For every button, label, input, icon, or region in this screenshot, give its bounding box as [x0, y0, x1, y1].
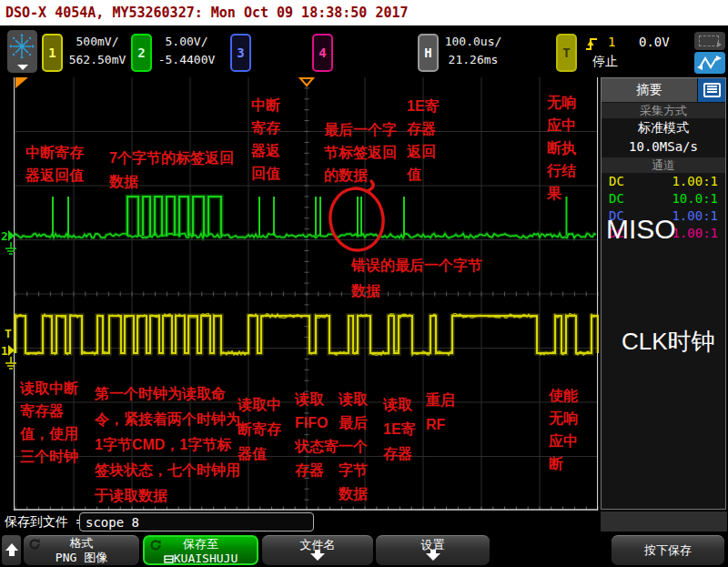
zoom-region-button[interactable] [694, 32, 725, 50]
sidebar-menu-button[interactable] [698, 78, 725, 102]
clk-annotation: CLK时钟 [622, 326, 715, 358]
trigger-level: 0.0V [639, 35, 670, 49]
tab-summary[interactable]: 摘要 [602, 78, 698, 102]
acquisition-mode: 标准模式 [602, 118, 725, 137]
ch4-probe-ratio: 1.00:1 [672, 225, 718, 242]
save-menu-footer: 保存到文件 = 格式 PNG 图像 保存至 KUAISHUJU [0, 511, 728, 567]
channel-3-number: 3 [237, 46, 244, 60]
ch2-offset: -5.4400V [151, 51, 222, 69]
summary-sidebar: 摘要 采集方式 标准模式 10.0MSa/s 通道 DC 1.00:1 DC 1… [601, 77, 726, 510]
svg-text:2: 2 [1, 229, 8, 243]
ch1-scale: 500mV/ [62, 33, 133, 51]
svg-text:1: 1 [1, 344, 8, 358]
sidebar-tabs: 摘要 [602, 78, 725, 102]
channel-row-2: DC 10.0:1 [602, 190, 725, 208]
down-arrow-icon [426, 553, 440, 561]
waveform-pan-icon [694, 52, 725, 74]
titlebar-text: DSO-X 4054A, MY53260327: Mon Oct 09 18:3… [5, 5, 409, 21]
trigger-label: T [562, 46, 570, 60]
channel-4-button[interactable]: 4 [312, 34, 333, 72]
region-cursor-icon [717, 42, 722, 47]
horizontal-readout: 100.0us/ 21.26ms [438, 33, 509, 69]
toolbar: 1 500mV/ 562.50mV 2 5.00V/ -5.4400V 3 4 … [0, 25, 728, 77]
channel-3-button[interactable]: 3 [230, 34, 251, 72]
softkey-save-to[interactable]: 保存至 KUAISHUJU [143, 535, 258, 565]
down-arrow-icon [310, 553, 325, 561]
channel-2-button[interactable]: 2 [131, 34, 152, 72]
ch1-offset: 562.50mV [62, 51, 133, 69]
cycle-options-icon [149, 539, 162, 552]
ch3-probe-ratio: 1.00:1 [672, 208, 718, 225]
acquisition-header: 采集方式 [602, 103, 725, 118]
horizontal-label: H [424, 46, 431, 60]
cycle-options-icon [28, 538, 41, 551]
press-to-save-button[interactable]: 按下保存 [612, 535, 724, 565]
trigger-source: 1 [608, 35, 615, 49]
ch2-probe-ratio: 10.0:1 [672, 190, 718, 208]
footer-right-panel [601, 511, 727, 532]
drive-icon [164, 555, 174, 563]
up-arrow-icon [5, 543, 18, 551]
ch2-coupling: DC [609, 190, 624, 208]
keysight-spark-icon [7, 30, 37, 63]
softkey-format[interactable]: 格式 PNG 图像 [24, 535, 139, 565]
softkey-settings[interactable]: 设置 [376, 535, 490, 565]
ch2-scale: 5.00V/ [151, 33, 222, 51]
softkey-file-name[interactable]: 文件名 [262, 535, 373, 565]
titlebar: DSO-X 4054A, MY53260327: Mon Oct 09 18:3… [0, 0, 728, 25]
trigger-button[interactable]: T [556, 34, 577, 72]
channel-1-readout: 500mV/ 562.50mV [62, 33, 133, 69]
oscilloscope-screen: DSO-X 4054A, MY53260327: Mon Oct 09 18:3… [0, 0, 728, 567]
press-save-label: 按下保存 [612, 536, 724, 564]
horizontal-zoom-button[interactable] [694, 52, 725, 74]
horizontal-button[interactable]: H [418, 34, 439, 72]
acquisition-status: 停止 [592, 54, 618, 70]
channel-1-button[interactable]: 1 [42, 34, 63, 72]
filename-input[interactable] [79, 512, 314, 532]
svg-text:T: T [5, 327, 12, 340]
h-delay: 21.26ms [438, 51, 509, 69]
graticule-and-traces: 2T1 [0, 77, 599, 511]
h-scale: 100.0us/ [438, 33, 509, 51]
dashed-region-icon [699, 35, 719, 46]
tab-summary-label: 摘要 [637, 82, 662, 98]
save-to-file-label: 保存到文件 = [5, 514, 84, 531]
list-menu-icon [703, 83, 721, 97]
chevron-down-icon [17, 65, 28, 70]
waveform-display: 2T1 [0, 77, 599, 511]
miso-annotation: MISO [606, 214, 676, 245]
channel-2-number: 2 [137, 46, 145, 60]
save-to-value: KUAISHUJU [145, 552, 257, 565]
channel-2-readout: 5.00V/ -5.4400V [151, 33, 222, 69]
channel-4-number: 4 [318, 46, 326, 60]
format-value: PNG 图像 [24, 551, 139, 564]
rising-edge-trigger-icon [584, 35, 599, 52]
ch1-coupling: DC [609, 173, 624, 190]
save-destination: KUAISHUJU [174, 552, 238, 565]
channel-1-number: 1 [48, 46, 56, 60]
channel-row-1: DC 1.00:1 [602, 173, 725, 190]
sample-rate: 10.0MSa/s [602, 137, 725, 157]
back-up-button[interactable] [2, 535, 21, 565]
keysight-logo-button[interactable] [7, 30, 37, 73]
ch1-probe-ratio: 1.00:1 [672, 173, 718, 190]
channels-header: 通道 [602, 157, 725, 173]
format-title: 格式 [24, 536, 139, 551]
